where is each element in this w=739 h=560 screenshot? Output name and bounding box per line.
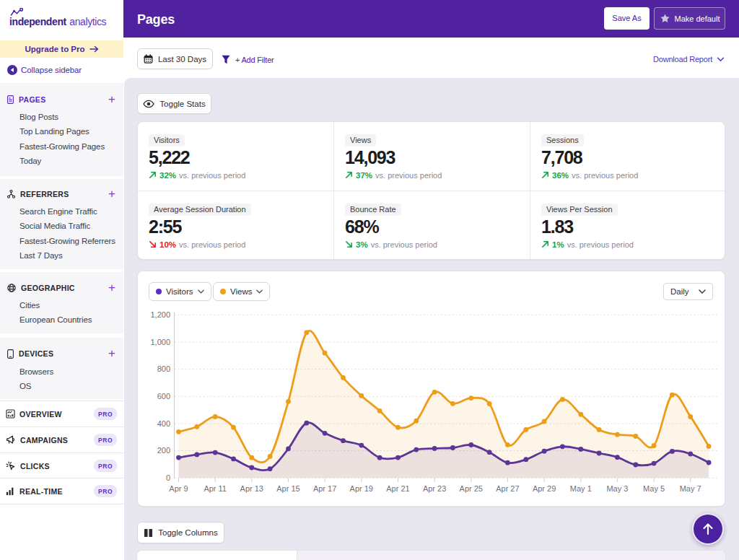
svg-text:Apr 19: Apr 19 [350,484,373,493]
svg-text:Apr 17: Apr 17 [313,484,336,493]
svg-text:600: 600 [157,392,170,401]
svg-text:Apr 25: Apr 25 [460,484,483,493]
svg-text:May 3: May 3 [606,484,628,493]
svg-text:Apr 23: Apr 23 [423,484,446,493]
svg-text:Apr 27: Apr 27 [496,484,519,493]
svg-text:Apr 21: Apr 21 [386,484,409,493]
svg-text:Apr 13: Apr 13 [240,484,263,493]
svg-text:Apr 29: Apr 29 [533,484,556,493]
svg-text:0: 0 [166,473,170,482]
svg-text:800: 800 [157,364,170,373]
svg-text:400: 400 [157,419,170,428]
svg-text:May 1: May 1 [570,484,592,493]
svg-text:May 7: May 7 [680,484,701,493]
svg-text:1,200: 1,200 [150,310,170,319]
svg-text:May 5: May 5 [643,484,665,493]
svg-text:1,000: 1,000 [150,338,170,346]
svg-text:Apr 15: Apr 15 [276,484,299,493]
svg-text:200: 200 [157,446,170,455]
svg-text:Apr 11: Apr 11 [204,484,227,493]
svg-text:Apr 9: Apr 9 [169,484,188,493]
